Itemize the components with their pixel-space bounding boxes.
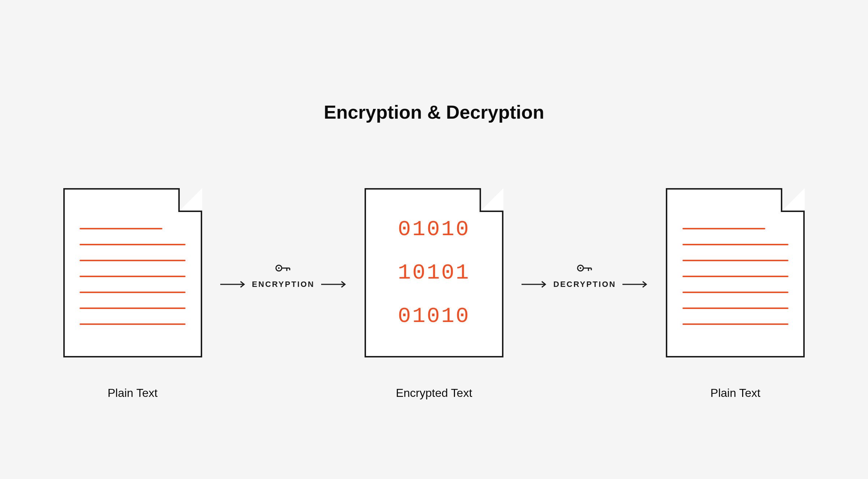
arrow-right-icon	[622, 281, 648, 288]
text-lines	[682, 228, 788, 325]
text-line	[80, 260, 186, 261]
stage-encrypted: 01010 10101 01010 Encrypted Text	[365, 188, 503, 400]
document-encrypted: 01010 10101 01010	[365, 188, 503, 357]
text-line	[682, 244, 788, 245]
binary-line: 01010	[398, 208, 470, 251]
text-line	[80, 228, 162, 229]
document-plain-right	[666, 188, 805, 357]
page-fold-icon	[480, 188, 503, 212]
key-icon	[577, 263, 593, 273]
arrow-right-icon	[220, 281, 246, 288]
page-fold-icon	[781, 188, 805, 212]
connector-decryption: DECRYPTION	[522, 263, 648, 289]
arrow-right-icon	[522, 281, 547, 288]
stage-caption: Plain Text	[710, 386, 760, 400]
svg-point-8	[580, 267, 581, 268]
text-line	[80, 244, 186, 245]
text-line	[80, 323, 186, 325]
stage-plain-left: Plain Text	[63, 188, 202, 400]
connector-label: DECRYPTION	[553, 280, 616, 289]
text-line	[682, 323, 788, 325]
text-line	[682, 276, 788, 277]
text-line	[682, 228, 765, 229]
stage-caption: Encrypted Text	[396, 386, 472, 400]
svg-point-1	[278, 267, 280, 268]
stage-plain-right: Plain Text	[666, 188, 805, 400]
text-line	[80, 308, 186, 309]
binary-line: 10101	[398, 251, 470, 294]
stage-caption: Plain Text	[108, 386, 158, 400]
arrow-right-icon	[321, 281, 346, 288]
text-line	[80, 276, 186, 277]
document-plain-left	[63, 188, 202, 357]
diagram-title: Encryption & Decryption	[324, 101, 544, 123]
text-line	[80, 292, 186, 293]
text-line	[682, 260, 788, 261]
text-line	[682, 292, 788, 293]
diagram-flow: Plain Text ENCRYPTION 01010	[63, 188, 805, 400]
text-line	[682, 308, 788, 309]
key-icon	[275, 263, 291, 273]
binary-line: 01010	[398, 294, 470, 338]
connector-encryption: ENCRYPTION	[220, 263, 346, 289]
page-fold-icon	[178, 188, 202, 212]
connector-label: ENCRYPTION	[252, 280, 315, 289]
binary-content: 01010 10101 01010	[398, 208, 470, 338]
text-lines	[80, 228, 186, 325]
